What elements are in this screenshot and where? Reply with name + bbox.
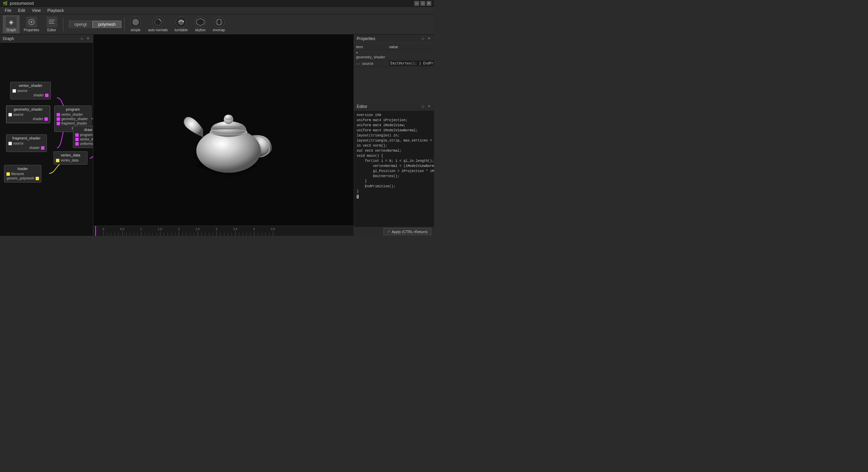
code-line: layout(triangles) in;	[357, 133, 431, 138]
port-prog-fs: fragment_shader	[57, 121, 89, 125]
properties-panel-header: Properties ◇ ✕	[354, 35, 434, 43]
node-vertex-data[interactable]: vertex_data vertex_data	[54, 151, 87, 165]
properties-panel-close[interactable]: ✕	[427, 36, 431, 41]
node-vertex-shader-title: vertex_shader	[13, 83, 48, 88]
menu-view[interactable]: View	[28, 7, 44, 14]
viewport-canvas[interactable]	[93, 35, 354, 226]
expand-icon: ▾	[356, 51, 358, 55]
teapot	[164, 79, 283, 181]
close-button[interactable]: ✕	[427, 1, 431, 6]
tick-line-minor	[115, 233, 115, 236]
code-line: void main() {	[357, 153, 431, 158]
toolbar-turntable-btn[interactable]: turntable	[172, 15, 191, 33]
port-draw-uniforms: uniforms	[75, 142, 93, 146]
svg-point-5	[132, 19, 139, 25]
tick-line-minor	[239, 233, 239, 236]
graph-canvas[interactable]: vertex_shader source shader geometry_sha…	[0, 43, 93, 236]
svg-point-1	[31, 21, 33, 23]
tick-label: 0	[102, 227, 104, 231]
code-cursor: |	[357, 194, 431, 199]
toolbar-skybox-btn[interactable]: skybox	[192, 15, 209, 33]
viewport: 00.511.522.533.544.5	[93, 35, 354, 236]
graph-panel: Graph ◇ ✕	[0, 35, 93, 236]
svg-point-18	[224, 115, 233, 120]
port-gs-shader: shader	[8, 117, 48, 121]
maximize-button[interactable]: □	[420, 1, 425, 6]
apply-button[interactable]: ✓ Apply (CTRL+Return)	[383, 228, 431, 235]
code-line: for(int i = 0; i < gl_in.length(); i++) …	[357, 158, 431, 164]
tick-line	[254, 231, 254, 236]
port-draw-uniforms-dot	[75, 142, 79, 146]
code-line: uniform mat4 iModelView;	[357, 123, 431, 128]
envmap-icon	[214, 17, 224, 27]
tick-line-minor	[130, 233, 130, 236]
tick-line-minor	[156, 233, 157, 236]
toolbar-graph-btn[interactable]: ◈ Graph	[3, 15, 20, 33]
node-program-title: program	[57, 107, 89, 111]
properties-label: Properties	[24, 28, 39, 32]
toolbar-simple-btn[interactable]: simple	[127, 15, 144, 33]
app-icon: 🌿	[3, 1, 8, 6]
port-draw-vertdata: vertex_data	[75, 137, 93, 141]
toolbar-properties-btn[interactable]: Properties	[21, 15, 42, 33]
toolbar-editor-btn[interactable]: Editor	[43, 15, 60, 33]
code-line: uniform mat4 iProjection;	[357, 118, 431, 123]
props-row-geometry-shader[interactable]: ▾ geometry_shader	[354, 50, 434, 60]
node-loader[interactable]: loader filename generic_polymesh	[4, 165, 41, 183]
dash-icon: —	[356, 61, 360, 65]
port-gs-source: source	[8, 113, 48, 116]
node-vertex-shader[interactable]: vertex_shader source shader	[10, 82, 51, 99]
menu-playback[interactable]: Playback	[44, 7, 67, 14]
code-line: #version 150	[357, 113, 431, 118]
tick-line-minor	[269, 233, 270, 236]
editor-content[interactable]: #version 150uniform mat4 iProjection;uni…	[354, 111, 434, 227]
tick-line	[198, 231, 198, 236]
port-prog-vs: vertex_shader	[57, 113, 89, 116]
properties-content: item value ▾ geometry_shader	[354, 43, 434, 102]
port-gs-source-dot	[8, 113, 12, 116]
timeline[interactable]: 00.511.522.533.544.5	[93, 226, 354, 236]
turntable-icon	[176, 17, 186, 27]
titlebar: 🌿 possumwood ─ □ ✕	[0, 0, 434, 7]
tick-line	[179, 231, 179, 236]
tick-line-minor	[194, 233, 194, 236]
tab-polymesh[interactable]: polymesh	[93, 21, 121, 28]
tick-line-minor	[205, 233, 205, 236]
tick-line-minor	[175, 233, 175, 236]
node-fragment-shader-title: fragment_shader	[8, 136, 44, 140]
properties-panel-pin[interactable]: ◇	[420, 36, 425, 41]
timeline-ruler: 00.511.522.533.544.5	[93, 226, 354, 236]
editor-panel-close[interactable]: ✕	[427, 104, 431, 109]
tick-line-minor	[209, 233, 209, 236]
node-geometry-shader-title: geometry_shader	[8, 107, 48, 111]
menu-file[interactable]: File	[1, 7, 15, 14]
menu-edit[interactable]: Edit	[15, 7, 28, 14]
apply-label: Apply (CTRL+Return)	[392, 230, 428, 234]
toolbar-autonormals-btn[interactable]: auto normals	[145, 15, 171, 33]
editor-footer: ✓ Apply (CTRL+Return)	[354, 227, 434, 236]
props-source-value[interactable]: EmitVertex(); } EndPrimitive(); }	[389, 61, 434, 66]
tick-line-minor	[258, 233, 258, 236]
tick-line-minor	[265, 233, 266, 236]
graph-panel-close[interactable]: ✕	[85, 36, 90, 41]
minimize-button[interactable]: ─	[414, 1, 419, 6]
graph-panel-pin[interactable]: ◇	[79, 36, 84, 41]
node-fragment-shader[interactable]: fragment_shader source shader	[6, 134, 47, 152]
tabs-bar: opengl polymesh	[69, 21, 121, 28]
port-gs-shader-dot	[44, 117, 48, 121]
node-draw[interactable]: draw program vertex_data uniforms	[73, 126, 93, 148]
tick-line	[273, 231, 273, 236]
port-vd-in: vertex_data	[56, 158, 85, 162]
tab-opengl[interactable]: opengl	[69, 21, 93, 28]
svg-point-10	[216, 19, 222, 25]
tick-line-minor	[243, 233, 243, 236]
node-geometry-shader[interactable]: geometry_shader source shader	[6, 106, 50, 123]
tick-label: 4	[253, 227, 255, 231]
graph-panel-title: Graph	[3, 36, 14, 41]
props-col-item: item	[354, 44, 387, 50]
editor-panel-pin[interactable]: ◇	[420, 104, 425, 109]
toolbar-envmap-btn[interactable]: envmap	[210, 15, 228, 33]
editor-panel-controls: ◇ ✕	[420, 104, 431, 109]
props-row-source[interactable]: — source EmitVertex(); } EndPrimitive();…	[354, 60, 434, 67]
code-line: in vec3 norm[];	[357, 143, 431, 148]
